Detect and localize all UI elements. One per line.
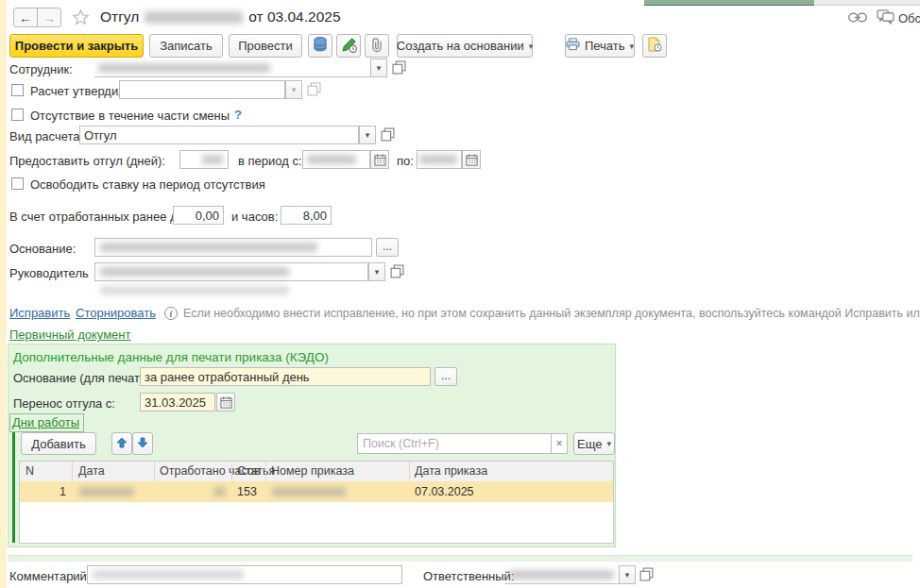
redacted-manager-name [100,267,289,277]
earned-days-value: 0,00 [196,209,219,223]
top-tab-fragment [644,0,814,6]
col-header-order-number[interactable]: Номер приказа [271,464,354,478]
transfer-date-field[interactable]: 31.03.2025 [140,393,215,412]
post-and-close-button[interactable]: Провести и закрыть [9,34,144,58]
title-doc-type: Отгул [100,8,139,25]
forward-icon: → [43,10,56,25]
employee-open-icon[interactable] [392,60,406,77]
attachments-button[interactable] [365,34,389,58]
move-down-button[interactable] [132,432,153,455]
transfer-date-value: 31.03.2025 [145,395,206,410]
chevron-down-icon: ▾ [375,267,380,277]
calc-type-value: Отгул [84,128,117,143]
write-button[interactable]: Записать [149,34,223,58]
reverse-link[interactable]: Сторнировать [76,306,156,320]
ellipsis-icon: ... [383,240,392,253]
period-from-label: в период с: [238,154,302,168]
discussion-icon[interactable] [877,9,894,27]
col-header-order-date[interactable]: Дата приказа [415,464,487,478]
back-button[interactable]: ← [13,8,38,27]
transfer-label: Перенос отгула с: [13,396,115,411]
calc-type-field[interactable]: Отгул [79,126,359,144]
responsible-label: Ответственный: [423,569,514,583]
more-button[interactable]: Еще ▾ [573,432,615,455]
forward-button[interactable]: → [37,8,61,27]
employee-dropdown-button[interactable]: ▾ [370,59,387,77]
column-separator [409,462,410,481]
print-label: Печать [585,39,625,53]
search-input[interactable] [357,433,552,454]
calc-type-dropdown-button[interactable]: ▾ [359,126,376,144]
redacted-basis-value [100,243,317,252]
help-question-link[interactable]: ? [234,108,242,122]
database-icon [314,37,327,55]
add-row-button[interactable]: Добавить [21,432,96,455]
column-separator [231,462,232,481]
get-link-icon[interactable] [848,11,867,26]
hours-field[interactable]: 8,00 [281,206,332,225]
create-based-on-button[interactable]: Создать на основании ▾ [397,34,533,58]
favorite-star-icon[interactable] [72,8,90,29]
work-days-group-link[interactable]: Дни работы [9,413,84,432]
col-header-article[interactable]: Статья [237,464,275,478]
sign-button[interactable] [336,34,361,58]
chevron-down-icon: ▾ [625,570,630,580]
redacted-employee-name [98,63,270,73]
fix-link[interactable]: Исправить [9,306,70,320]
col-header-date[interactable]: Дата [78,464,105,478]
search-clear-button[interactable]: × [551,433,568,454]
period-from-calendar-icon[interactable] [370,150,389,169]
responsible-dropdown-button[interactable]: ▾ [619,565,636,584]
move-up-button[interactable] [111,432,132,455]
register-records-button[interactable] [308,34,332,58]
ellipsis-icon: ... [441,369,451,382]
comment-label: Комментарий: [9,569,91,583]
period-to-calendar-icon[interactable] [462,150,481,169]
and-hours-label: и часов: [231,210,278,224]
print-button[interactable]: Печать ▾ [565,34,635,58]
responsible-open-icon[interactable] [639,567,654,584]
primary-document-link[interactable]: Первичный документ [9,328,130,342]
calc-approved-checkbox[interactable] [11,84,24,96]
more-label: Еще [577,437,602,451]
post-button[interactable]: Провести [229,34,302,58]
calc-approved-dropdown-button[interactable]: ▾ [285,80,302,99]
manager-label: Руководитель [9,266,89,280]
hours-value: 8,00 [303,209,327,223]
print-basis-field[interactable]: за ранее отработанный день [140,367,431,386]
release-rate-label: Освободить ставку на период отсутствия [30,177,265,192]
calc-type-open-icon[interactable] [381,127,395,144]
employee-label: Сотрудник: [9,62,73,76]
basis-choose-button[interactable]: ... [376,238,399,257]
col-header-n[interactable]: N [26,464,34,478]
manager-open-icon[interactable] [390,264,404,281]
cell-order-date: 07.03.2025 [415,485,474,498]
print-basis-choose-button[interactable]: ... [434,367,457,386]
title-doc-date: от 03.04.2025 [248,8,340,25]
chevron-down-icon: ▾ [630,42,635,51]
period-to-label: по: [397,154,414,168]
absence-part-shift-checkbox[interactable] [11,109,24,121]
scheduled-document-button[interactable] [642,34,667,58]
info-icon: i [164,307,178,320]
redacted-comment-value [93,570,244,580]
release-rate-checkbox[interactable] [11,177,24,190]
signature-pen-icon [341,37,357,56]
calc-approved-open-icon[interactable] [307,82,321,99]
left-edge-strip [0,0,7,588]
arrow-down-icon [137,437,148,451]
redacted-manager-position [100,286,289,294]
create-based-on-label: Создать на основании [397,39,524,53]
manager-dropdown-button[interactable]: ▾ [368,262,385,281]
calc-approved-field[interactable] [119,80,285,99]
transfer-calendar-icon[interactable] [216,393,235,412]
redacted-cell-date [79,487,134,496]
earned-days-field[interactable]: 0,00 [173,206,224,225]
redacted-days-value [202,155,223,164]
post-and-close-label: Провести и закрыть [15,39,138,53]
discussion-label[interactable]: Обс [898,11,920,25]
post-label: Провести [238,39,293,53]
chevron-down-icon: ▾ [529,42,534,51]
back-icon: ← [19,10,32,25]
group-left-bar [12,432,15,543]
